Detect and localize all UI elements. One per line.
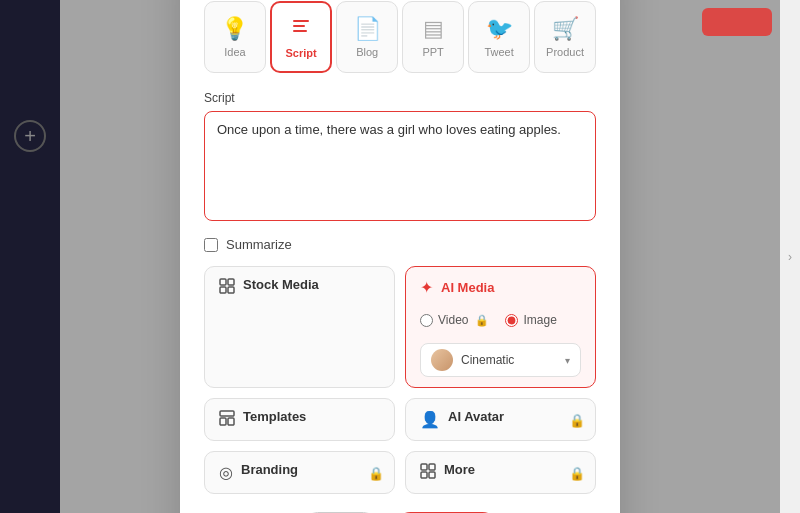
svg-rect-0 <box>293 20 309 22</box>
svg-rect-7 <box>220 411 234 416</box>
tab-idea[interactable]: 💡 Idea <box>204 1 266 73</box>
script-icon <box>290 15 312 43</box>
branding-content: Branding <box>241 462 380 477</box>
script-textarea[interactable]: Once upon a time, there was a girl who l… <box>204 111 596 221</box>
radio-row: Video 🔒 Image <box>420 313 557 327</box>
tab-tweet-label: Tweet <box>484 46 513 58</box>
image-option[interactable]: Image <box>505 313 556 327</box>
image-label: Image <box>523 313 556 327</box>
stock-media-title: Stock Media <box>243 277 380 292</box>
svg-rect-2 <box>293 30 307 32</box>
svg-rect-3 <box>220 279 226 285</box>
video-label: Video <box>438 313 468 327</box>
product-icon: 🛒 <box>552 16 579 42</box>
cinematic-select[interactable]: Cinematic ▾ <box>420 343 581 377</box>
branding-card[interactable]: ◎ Branding 🔒 <box>204 451 395 494</box>
image-radio[interactable] <box>505 314 518 327</box>
video-radio[interactable] <box>420 314 433 327</box>
top-right-button[interactable] <box>702 8 772 36</box>
magic-create-modal: Magic Create 💡 Idea Script 📄 Blog ▤ PPT <box>180 0 620 513</box>
templates-card[interactable]: Templates <box>204 398 395 441</box>
more-icon <box>420 463 436 483</box>
ai-avatar-lock-icon: 🔒 <box>569 412 585 427</box>
tab-product[interactable]: 🛒 Product <box>534 1 596 73</box>
tab-blog[interactable]: 📄 Blog <box>336 1 398 73</box>
add-button[interactable]: + <box>14 120 46 152</box>
ppt-icon: ▤ <box>423 16 444 42</box>
stock-media-content: Stock Media <box>243 277 380 292</box>
svg-rect-11 <box>429 464 435 470</box>
svg-rect-9 <box>228 418 234 425</box>
more-card[interactable]: More 🔒 <box>405 451 596 494</box>
tweet-icon: 🐦 <box>486 16 513 42</box>
sidebar: + <box>0 0 60 513</box>
more-lock-icon: 🔒 <box>569 465 585 480</box>
ai-media-header: ✦ AI Media <box>420 277 494 297</box>
chevron-down-icon: ▾ <box>565 355 570 366</box>
cinematic-label: Cinematic <box>461 353 514 367</box>
tab-ppt[interactable]: ▤ PPT <box>402 1 464 73</box>
tab-script[interactable]: Script <box>270 1 332 73</box>
templates-icon <box>219 410 235 430</box>
ai-avatar-content: AI Avatar <box>448 409 581 424</box>
script-label: Script <box>204 91 596 105</box>
options-grid: Stock Media ✦ AI Media Video 🔒 Image <box>204 266 596 494</box>
cinematic-avatar <box>431 349 453 371</box>
tab-idea-label: Idea <box>224 46 245 58</box>
svg-rect-8 <box>220 418 226 425</box>
ai-avatar-icon: 👤 <box>420 410 440 429</box>
idea-icon: 💡 <box>221 16 248 42</box>
ai-media-icon: ✦ <box>420 278 433 297</box>
templates-title: Templates <box>243 409 380 424</box>
svg-rect-13 <box>429 472 435 478</box>
svg-rect-10 <box>421 464 427 470</box>
tab-blog-label: Blog <box>356 46 378 58</box>
tab-tweet[interactable]: 🐦 Tweet <box>468 1 530 73</box>
summarize-label: Summarize <box>226 237 292 252</box>
ai-avatar-card[interactable]: 👤 AI Avatar 🔒 <box>405 398 596 441</box>
svg-rect-4 <box>228 279 234 285</box>
svg-rect-1 <box>293 25 305 27</box>
tab-product-label: Product <box>546 46 584 58</box>
ai-avatar-title: AI Avatar <box>448 409 581 424</box>
branding-icon: ◎ <box>219 463 233 482</box>
stock-media-card[interactable]: Stock Media <box>204 266 395 388</box>
right-panel-hint: › <box>780 0 800 513</box>
tabs-row: 💡 Idea Script 📄 Blog ▤ PPT 🐦 Tweet <box>204 1 596 73</box>
blog-icon: 📄 <box>354 16 381 42</box>
stock-media-icon <box>219 278 235 298</box>
ai-media-title: AI Media <box>441 280 494 295</box>
svg-rect-5 <box>220 287 226 293</box>
svg-rect-12 <box>421 472 427 478</box>
summarize-checkbox[interactable] <box>204 238 218 252</box>
more-title: More <box>444 462 581 477</box>
branding-lock-icon: 🔒 <box>368 465 384 480</box>
templates-content: Templates <box>243 409 380 424</box>
svg-rect-6 <box>228 287 234 293</box>
more-content: More <box>444 462 581 477</box>
tab-script-label: Script <box>285 47 316 59</box>
branding-title: Branding <box>241 462 380 477</box>
ai-media-card[interactable]: ✦ AI Media Video 🔒 Image Cinematic ▾ <box>405 266 596 388</box>
summarize-row: Summarize <box>204 237 596 252</box>
video-lock-icon: 🔒 <box>475 314 489 327</box>
tab-ppt-label: PPT <box>422 46 443 58</box>
video-option[interactable]: Video 🔒 <box>420 313 489 327</box>
right-arrow-icon: › <box>788 250 792 264</box>
